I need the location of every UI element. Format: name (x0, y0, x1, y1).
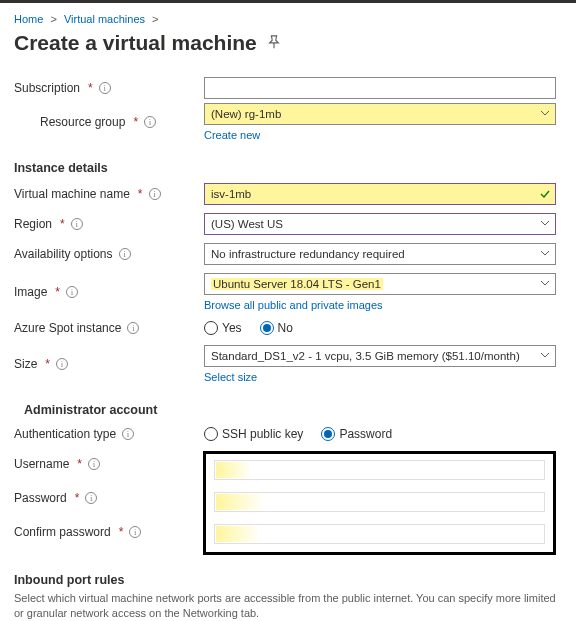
page-title: Create a virtual machine (14, 31, 257, 55)
vm-name-value: isv-1mb (211, 188, 251, 200)
spot-no-radio[interactable]: No (260, 321, 293, 335)
info-icon[interactable]: i (119, 248, 131, 260)
browse-images-link[interactable]: Browse all public and private images (204, 297, 556, 311)
username-input[interactable] (214, 460, 545, 480)
chevron-right-icon: > (50, 13, 56, 25)
spot-radio-group: Yes No (204, 321, 556, 335)
auth-password-radio[interactable]: Password (321, 427, 392, 441)
chevron-down-icon (540, 110, 550, 118)
breadcrumb: Home > Virtual machines > (14, 11, 562, 31)
chevron-down-icon (540, 352, 550, 360)
create-new-rg-link[interactable]: Create new (204, 127, 556, 141)
info-icon[interactable]: i (66, 286, 78, 298)
password-input[interactable] (214, 492, 545, 512)
auth-ssh-radio[interactable]: SSH public key (204, 427, 303, 441)
size-label: Size* i (14, 357, 204, 371)
auth-type-label: Authentication type i (14, 427, 204, 441)
info-icon[interactable]: i (56, 358, 68, 370)
chevron-right-icon: > (152, 13, 158, 25)
auth-radio-group: SSH public key Password (204, 427, 556, 441)
inbound-heading: Inbound port rules (14, 573, 562, 587)
subscription-label: Subscription* i (14, 81, 204, 95)
page: Home > Virtual machines > Create a virtu… (0, 3, 576, 621)
size-value: Standard_DS1_v2 - 1 vcpu, 3.5 GiB memory… (211, 350, 520, 362)
password-label: Password*i (14, 491, 97, 505)
info-icon[interactable]: i (85, 492, 97, 504)
username-label: Username*i (14, 457, 100, 471)
resource-group-label: Resource group* i (14, 115, 204, 129)
size-select[interactable]: Standard_DS1_v2 - 1 vcpu, 3.5 GiB memory… (204, 345, 556, 367)
region-value: (US) West US (211, 218, 283, 230)
confirm-password-input[interactable] (214, 524, 545, 544)
resource-group-select[interactable]: (New) rg-1mb (204, 103, 556, 125)
vm-name-input[interactable]: isv-1mb (204, 183, 556, 205)
cred-labels: Username*i Password*i Confirm password*i (14, 451, 204, 539)
info-icon[interactable]: i (127, 322, 139, 334)
spot-label: Azure Spot instance i (14, 321, 204, 335)
breadcrumb-vms[interactable]: Virtual machines (64, 13, 145, 25)
info-icon[interactable]: i (122, 428, 134, 440)
image-label: Image* i (14, 285, 204, 299)
inbound-description: Select which virtual machine network por… (14, 591, 562, 621)
chevron-down-icon (540, 250, 550, 258)
subscription-input[interactable] (204, 77, 556, 99)
info-icon[interactable]: i (129, 526, 141, 538)
breadcrumb-home[interactable]: Home (14, 13, 43, 25)
info-icon[interactable]: i (144, 116, 156, 128)
vm-name-label: Virtual machine name* i (14, 187, 204, 201)
info-icon[interactable]: i (88, 458, 100, 470)
info-icon[interactable]: i (149, 188, 161, 200)
check-icon (540, 190, 550, 198)
credentials-box (203, 451, 556, 555)
image-select[interactable]: Ubuntu Server 18.04 LTS - Gen1 (204, 273, 556, 295)
pin-icon[interactable] (267, 35, 281, 52)
select-size-link[interactable]: Select size (204, 369, 556, 383)
region-label: Region* i (14, 217, 204, 231)
availability-select[interactable]: No infrastructure redundancy required (204, 243, 556, 265)
availability-label: Availability options i (14, 247, 204, 261)
image-value: Ubuntu Server 18.04 LTS - Gen1 (211, 278, 383, 290)
admin-heading: Administrator account (14, 403, 562, 417)
availability-value: No infrastructure redundancy required (211, 248, 405, 260)
info-icon[interactable]: i (71, 218, 83, 230)
region-select[interactable]: (US) West US (204, 213, 556, 235)
instance-details-heading: Instance details (14, 161, 562, 175)
info-icon[interactable]: i (99, 82, 111, 94)
chevron-down-icon (540, 220, 550, 228)
resource-group-value: (New) rg-1mb (211, 108, 281, 120)
spot-yes-radio[interactable]: Yes (204, 321, 242, 335)
confirm-password-label: Confirm password*i (14, 525, 141, 539)
chevron-down-icon (540, 280, 550, 288)
